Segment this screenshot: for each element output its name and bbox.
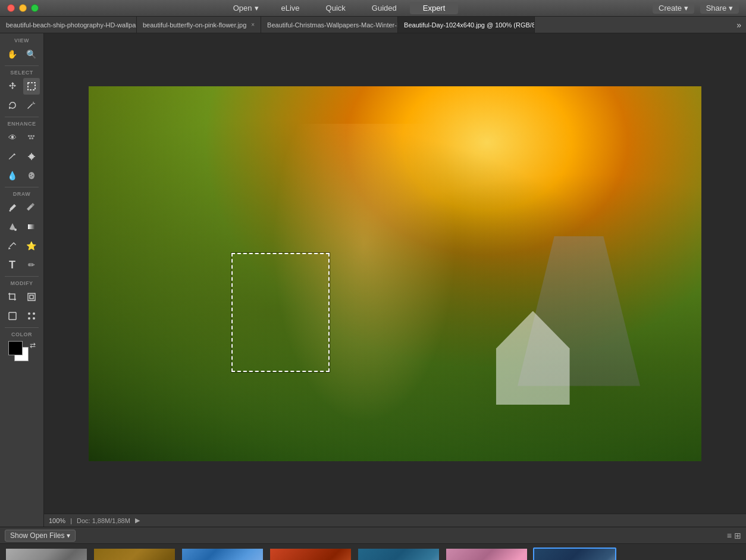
enhance-label: ENHANCE xyxy=(0,119,43,128)
maximize-button[interactable] xyxy=(31,4,39,12)
mode-guided[interactable]: Guided xyxy=(359,2,410,14)
thumbnail-4[interactable] xyxy=(269,548,352,560)
tab-4-label: Beautiful-Day-1024x640.jpg @ 100% (RGB/8… xyxy=(404,21,535,29)
svg-point-5 xyxy=(32,175,33,176)
thumbnail-6[interactable] xyxy=(445,548,528,560)
svg-point-3 xyxy=(29,172,35,179)
left-toolbar: VIEW ✋ 🔍 SELECT ENHANCE 👁 xyxy=(0,33,44,527)
photo-bin-controls: ≡ ⊞ xyxy=(727,531,741,540)
color-section: ⇄ xyxy=(0,339,43,368)
close-button[interactable] xyxy=(7,4,15,12)
recompose-tool[interactable] xyxy=(23,289,40,305)
view-label: VIEW xyxy=(0,36,43,45)
tab-2-label: beautiful-butterfly-on-pink-flower.jpg xyxy=(143,21,246,29)
draw-label: DRAW xyxy=(0,189,43,198)
window-controls xyxy=(7,4,39,12)
show-open-files-dropdown[interactable]: Show Open Files ▾ xyxy=(5,530,76,542)
transform-tool[interactable] xyxy=(4,308,21,324)
list-view-icon[interactable]: ≡ xyxy=(727,531,732,540)
draw-tools-4: T ✏ xyxy=(0,255,43,274)
swap-colors[interactable]: ⇄ xyxy=(30,341,36,349)
minimize-button[interactable] xyxy=(19,4,27,12)
canvas-area: 100% | Doc: 1,88M/1,88M ▶ xyxy=(44,33,746,527)
photo-bin: Show Open Files ▾ ≡ ⊞ xyxy=(0,527,746,560)
color-picker[interactable] xyxy=(4,237,21,254)
thumbnail-3[interactable] xyxy=(181,548,264,560)
color-label: COLOR xyxy=(0,330,43,339)
marquee-tool[interactable] xyxy=(23,78,40,95)
thumbnail-7[interactable] xyxy=(533,548,616,560)
tab-2-close[interactable]: × xyxy=(251,21,255,28)
tab-3-label: Beautiful-Christmas-Wallpapers-Mac-Winte… xyxy=(267,21,398,29)
draw-tools-3: ⭐ xyxy=(0,236,43,255)
titlebar: Open ▾ eLive Quick Guided Expert Create … xyxy=(0,0,746,17)
thumbnail-2[interactable] xyxy=(93,548,176,560)
magic-wand[interactable] xyxy=(23,97,40,114)
pencil-tool[interactable]: ✏ xyxy=(23,256,40,273)
divider-2 xyxy=(5,117,39,117)
tab-1[interactable]: beautiful-beach-ship-photography-HD-wall… xyxy=(0,17,137,33)
gradient-tool[interactable] xyxy=(23,218,40,235)
svg-point-4 xyxy=(30,174,31,175)
zoom-tool[interactable]: 🔍 xyxy=(23,46,40,62)
create-button[interactable]: Create ▾ xyxy=(653,2,694,14)
tabs-overflow[interactable]: » xyxy=(732,17,746,33)
content-aware[interactable] xyxy=(23,308,40,324)
color-swatches: ⇄ xyxy=(8,341,36,366)
mode-expert[interactable]: Expert xyxy=(410,2,459,14)
modify-tools-1 xyxy=(0,287,43,306)
share-button[interactable]: Share ▾ xyxy=(700,2,739,14)
open-label: Open xyxy=(233,4,252,12)
open-button[interactable]: Open ▾ xyxy=(233,4,259,12)
tab-4[interactable]: Beautiful-Day-1024x640.jpg @ 100% (RGB/8… xyxy=(398,17,535,33)
select-tools-1 xyxy=(0,77,43,96)
eraser-tool[interactable] xyxy=(23,199,40,216)
status-arrow[interactable]: ▶ xyxy=(135,517,140,524)
tab-1-label: beautiful-beach-ship-photography-HD-wall… xyxy=(6,21,137,29)
brush-tool[interactable] xyxy=(4,199,21,216)
svg-point-6 xyxy=(30,176,32,177)
healing-tool[interactable] xyxy=(23,129,40,146)
brush-enhance[interactable] xyxy=(4,148,21,165)
select-label: SELECT xyxy=(0,68,43,77)
svg-point-7 xyxy=(9,210,11,212)
svg-point-8 xyxy=(14,229,17,231)
text-tool[interactable]: T xyxy=(4,256,21,273)
view-tools: ✋ 🔍 xyxy=(0,45,43,64)
zoom-level: 100% xyxy=(49,517,65,524)
draw-tools-2 xyxy=(0,217,43,236)
sponge-tool[interactable] xyxy=(23,167,40,184)
svg-rect-10 xyxy=(28,293,35,301)
paint-bucket[interactable] xyxy=(4,218,21,235)
divider-1 xyxy=(5,65,39,66)
enhance-tools-3: 💧 xyxy=(0,166,43,185)
svg-point-2 xyxy=(29,154,34,159)
foreground-color[interactable] xyxy=(8,341,23,355)
lasso-tool[interactable] xyxy=(4,97,21,114)
svg-rect-0 xyxy=(28,83,35,90)
title-right: Create ▾ Share ▾ xyxy=(653,2,739,14)
crop-tool[interactable] xyxy=(4,289,21,305)
blur-tool[interactable]: 💧 xyxy=(4,167,21,184)
tabs-row: beautiful-beach-ship-photography-HD-wall… xyxy=(0,17,746,33)
mode-quick[interactable]: Quick xyxy=(313,2,359,14)
red-eye-tool[interactable]: 👁 xyxy=(4,129,21,146)
photo-bin-header: Show Open Files ▾ ≡ ⊞ xyxy=(0,527,746,544)
dropdown-arrow: ▾ xyxy=(67,531,70,540)
canvas-container[interactable] xyxy=(44,33,746,514)
svg-rect-9 xyxy=(28,224,35,229)
move-tool[interactable] xyxy=(4,78,21,95)
tab-2[interactable]: beautiful-butterfly-on-pink-flower.jpg × xyxy=(137,17,261,33)
grid-view-icon[interactable]: ⊞ xyxy=(734,531,741,540)
mode-elive[interactable]: eLive xyxy=(268,2,313,14)
thumbnail-1[interactable] xyxy=(5,548,88,560)
thumbnail-5[interactable] xyxy=(357,548,440,560)
shape-tool[interactable]: ⭐ xyxy=(23,237,40,254)
divider-5 xyxy=(5,327,39,328)
main-layout: VIEW ✋ 🔍 SELECT ENHANCE 👁 xyxy=(0,33,746,527)
clone-tool[interactable] xyxy=(23,148,40,165)
open-arrow: ▾ xyxy=(255,4,259,12)
hand-tool[interactable]: ✋ xyxy=(4,46,21,62)
divider-4 xyxy=(5,276,39,277)
tab-3[interactable]: Beautiful-Christmas-Wallpapers-Mac-Winte… xyxy=(261,17,398,33)
